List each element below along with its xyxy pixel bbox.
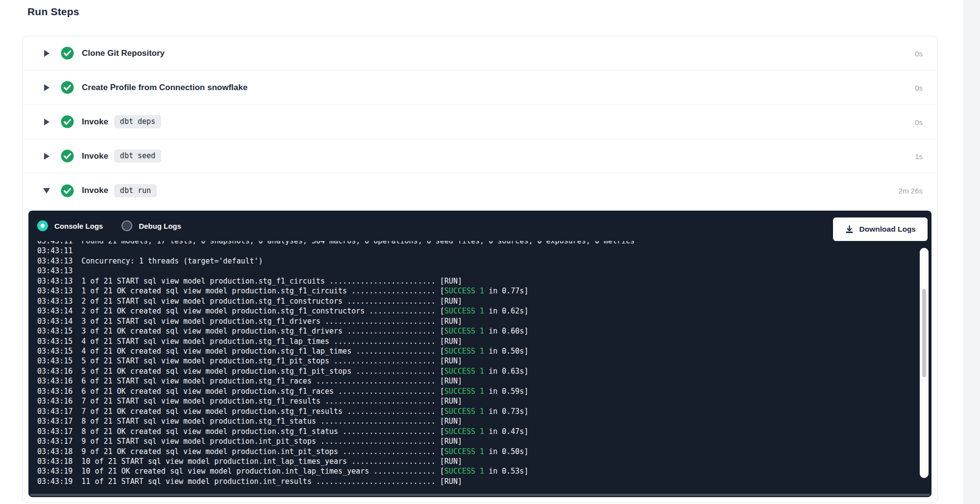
step-label: Create Profile from Connection snowflake xyxy=(82,83,247,93)
download-logs-button[interactable]: Download Logs xyxy=(833,217,928,241)
step-duration: 0s xyxy=(915,118,923,126)
log-line: 03:43:15 3 of 21 OK created sql view mod… xyxy=(37,326,915,336)
command-chip: dbt deps xyxy=(114,115,161,128)
log-line: 03:43:17 9 of 21 START sql view model pr… xyxy=(37,436,915,446)
log-lines: 03:43:11 Found 21 models, 17 tests, 0 sn… xyxy=(37,241,915,486)
console-header: Console Logs Debug Logs Download Logs xyxy=(37,211,928,241)
log-line: 03:43:16 6 of 21 OK created sql view mod… xyxy=(37,386,915,396)
right-gutter xyxy=(963,0,980,504)
log-line: 03:43:19 10 of 21 OK created sql view mo… xyxy=(37,466,915,476)
console-logs-radio[interactable]: Console Logs xyxy=(37,220,103,231)
run-steps-card: Clone Git Repository 0s Create Profile f… xyxy=(22,36,938,503)
log-line: 03:43:18 10 of 21 START sql view model p… xyxy=(37,456,915,466)
log-line: 03:43:18 9 of 21 OK created sql view mod… xyxy=(37,447,915,456)
step-label: Invoke xyxy=(82,117,108,127)
command-chip: dbt run xyxy=(114,184,157,197)
log-line: 03:43:17 8 of 21 START sql view model pr… xyxy=(37,416,915,426)
success-check-icon xyxy=(61,149,74,163)
download-logs-label: Download Logs xyxy=(859,225,916,234)
log-line: 03:43:13 2 of 21 START sql view model pr… xyxy=(37,296,915,306)
debug-logs-label[interactable]: Debug Logs xyxy=(139,222,181,230)
success-check-icon xyxy=(61,115,74,128)
step-row-invoke-dbt-deps[interactable]: Invoke dbt deps 0s xyxy=(23,105,937,139)
log-line: 03:43:13 1 of 21 OK created sql view mod… xyxy=(37,286,915,296)
log-line: 03:43:13 xyxy=(37,266,915,276)
radio-selected-icon[interactable] xyxy=(37,220,48,231)
page-title: Run Steps xyxy=(27,6,79,18)
download-icon xyxy=(845,225,854,234)
log-line: 03:43:14 3 of 21 START sql view model pr… xyxy=(37,316,915,326)
radio-unselected-icon[interactable] xyxy=(122,220,132,231)
log-line: 03:43:15 5 of 21 START sql view model pr… xyxy=(37,356,915,366)
step-duration: 2m 26s xyxy=(899,187,923,195)
log-line: 03:43:11 Found 21 models, 17 tests, 0 sn… xyxy=(37,241,915,246)
command-chip: dbt seed xyxy=(114,149,161,163)
step-duration: 0s xyxy=(915,83,923,92)
log-line: 03:43:14 2 of 21 OK created sql view mod… xyxy=(37,306,915,316)
log-line: 03:43:15 4 of 21 OK created sql view mod… xyxy=(37,346,915,356)
log-line: 03:43:11 xyxy=(37,246,915,256)
chevron-right-icon xyxy=(43,119,50,125)
step-row-invoke-dbt-run[interactable]: Invoke dbt run 2m 26s xyxy=(23,173,937,208)
step-label: Invoke xyxy=(82,151,108,161)
step-duration: 0s xyxy=(915,49,923,57)
success-check-icon xyxy=(61,47,74,60)
log-viewport: 03:43:11 Found 21 models, 17 tests, 0 sn… xyxy=(37,241,915,490)
log-line: 03:43:17 7 of 21 OK created sql view mod… xyxy=(37,407,915,416)
debug-logs-radio[interactable]: Debug Logs xyxy=(122,220,181,231)
log-line: 03:43:13 1 of 21 START sql view model pr… xyxy=(37,276,915,286)
chevron-right-icon xyxy=(43,50,50,57)
chevron-right-icon xyxy=(43,84,50,91)
step-row-invoke-dbt-seed[interactable]: Invoke dbt seed 1s xyxy=(23,139,937,173)
chevron-down-icon xyxy=(43,188,50,193)
log-line: 03:43:16 6 of 21 START sql view model pr… xyxy=(37,376,915,386)
log-line: 03:43:16 5 of 21 OK created sql view mod… xyxy=(37,366,915,376)
step-duration: 1s xyxy=(915,152,923,160)
chevron-right-icon xyxy=(43,153,50,160)
log-line: 03:43:13 Concurrency: 1 threads (target=… xyxy=(37,256,915,266)
log-line: 03:43:16 7 of 21 START sql view model pr… xyxy=(37,396,915,406)
log-line: 03:43:17 8 of 21 OK created sql view mod… xyxy=(37,427,915,436)
console-log-panel: Console Logs Debug Logs Download Logs 03… xyxy=(28,211,931,497)
console-logs-label[interactable]: Console Logs xyxy=(54,222,103,230)
horizontal-scrollbar-track[interactable] xyxy=(30,494,930,496)
success-check-icon xyxy=(61,81,74,94)
step-label: Clone Git Repository xyxy=(82,48,165,58)
step-row-clone-git-repository[interactable]: Clone Git Repository 0s xyxy=(23,36,937,71)
vertical-scrollbar-track[interactable] xyxy=(920,248,929,478)
success-check-icon xyxy=(61,184,74,197)
step-row-create-profile[interactable]: Create Profile from Connection snowflake… xyxy=(23,71,937,105)
step-label: Invoke xyxy=(82,186,108,195)
log-line: 03:43:15 4 of 21 START sql view model pr… xyxy=(37,336,915,346)
log-line: 03:43:19 11 of 21 START sql view model p… xyxy=(37,477,915,486)
vertical-scrollbar-thumb[interactable] xyxy=(922,289,926,377)
